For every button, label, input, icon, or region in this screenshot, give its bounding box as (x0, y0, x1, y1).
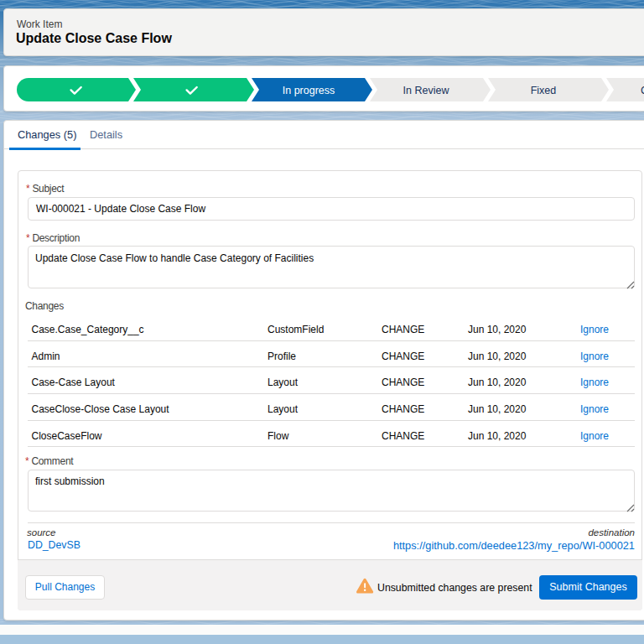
svg-text:In progress: In progress (283, 85, 335, 96)
svg-text:Closed: Closed (641, 85, 644, 96)
svg-text:In Review: In Review (403, 85, 450, 96)
svg-text:Fixed: Fixed (531, 85, 557, 96)
